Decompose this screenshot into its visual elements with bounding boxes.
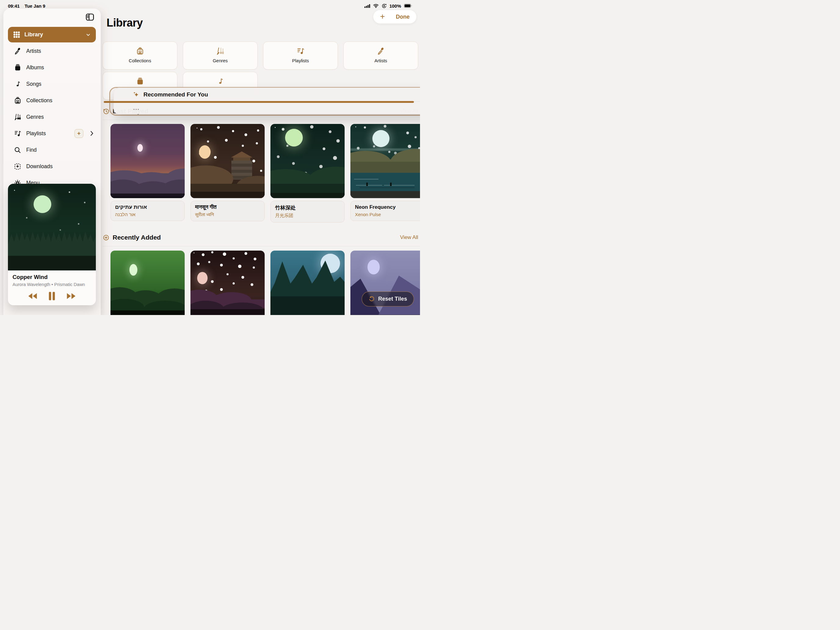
view-all-recently-added[interactable]: View All <box>400 234 418 240</box>
sidebar-item-label: Find <box>26 147 94 153</box>
toolbar-pill: + Done <box>373 10 416 24</box>
ellipsis-label: … <box>114 102 420 114</box>
chevron-right-icon[interactable] <box>90 131 94 136</box>
next-track-button[interactable] <box>66 293 76 300</box>
tile-grid-row-1: Collections Genres Playlists Artists <box>103 41 418 69</box>
moon <box>373 130 390 147</box>
tile-label: Genres <box>213 58 228 63</box>
genres-icon <box>13 113 22 121</box>
water <box>351 173 420 191</box>
library-dropdown-button[interactable]: Library <box>8 27 96 43</box>
wifi-icon <box>373 4 379 8</box>
tile-playlists[interactable]: Playlists <box>263 41 338 69</box>
search-icon <box>13 146 22 154</box>
stars <box>355 126 356 127</box>
water-line <box>360 188 415 188</box>
album-art <box>111 124 185 198</box>
sidebar-toggle-icon[interactable] <box>86 13 94 21</box>
ground <box>191 192 265 198</box>
stars <box>275 127 276 128</box>
moon <box>137 144 143 152</box>
add-playlist-button[interactable]: + <box>74 129 83 138</box>
ground <box>270 193 344 198</box>
sidebar-item-albums[interactable]: Albums <box>3 59 101 76</box>
album-art <box>270 124 344 198</box>
sidebar-item-label: Songs <box>26 81 94 87</box>
tile-collections[interactable]: Collections <box>103 41 177 69</box>
drop-insertion-indicator <box>104 101 414 103</box>
plus-circle-icon <box>103 234 110 241</box>
playlist-icon <box>13 129 22 138</box>
sidebar-item-collections[interactable]: Collections <box>3 92 101 109</box>
tile-genres[interactable]: Genres <box>183 41 257 69</box>
tile-artists[interactable]: Artists <box>343 41 418 69</box>
microphone-icon <box>377 46 385 55</box>
water-line <box>356 185 382 186</box>
sidebar-item-playlists[interactable]: Playlists + <box>3 125 101 142</box>
pagoda-roof <box>229 152 254 158</box>
status-time: 09:41 <box>8 3 19 9</box>
figure <box>366 183 368 186</box>
sidebar-item-artists[interactable]: Artists <box>3 43 101 59</box>
section-divider <box>103 120 420 120</box>
album-card[interactable]: मानसून गीत सुरीला ध्वनि <box>191 124 265 223</box>
now-playing-title: Copper Wind <box>13 274 91 281</box>
clock-history-icon <box>103 108 110 115</box>
sparkles-icon <box>133 91 139 98</box>
sidebar-item-songs[interactable]: Songs <box>3 76 101 92</box>
previous-track-button[interactable] <box>27 293 37 300</box>
sidebar-item-label: Albums <box>26 65 94 71</box>
ground <box>111 310 185 315</box>
ground <box>8 256 96 270</box>
album-card[interactable]: Neon Frequency Xenon Pulse <box>351 124 420 223</box>
stars <box>197 128 197 128</box>
last-played-cards: אורות עתיקים אור הלבנה मानसून गीत सुरीला… <box>111 124 420 223</box>
add-tile-button[interactable]: + <box>380 13 385 21</box>
moon <box>33 195 51 213</box>
microphone-icon <box>13 47 22 55</box>
album-card[interactable]: אורות עתיקים אור הלבנה <box>111 124 185 223</box>
album-card[interactable] <box>191 251 265 315</box>
library-button-label: Library <box>24 32 43 38</box>
downloads-icon <box>13 163 22 171</box>
orientation-lock-icon <box>382 3 387 9</box>
reset-tiles-button[interactable]: Reset Tiles <box>362 292 414 306</box>
album-artist: सुरीला ध्वनि <box>195 212 260 217</box>
sidebar-item-find[interactable]: Find <box>3 142 101 158</box>
figure <box>390 183 392 186</box>
ground <box>270 296 344 315</box>
now-playing-art <box>8 184 96 270</box>
moon <box>129 264 137 276</box>
album-art <box>191 124 265 198</box>
album-art <box>270 251 344 315</box>
battery-percent: 100% <box>390 3 401 9</box>
done-button[interactable]: Done <box>396 14 410 20</box>
sidebar-list: Artists Albums Songs Collections Genres … <box>3 43 101 191</box>
water-line <box>354 179 379 180</box>
sidebar-item-genres[interactable]: Genres <box>3 109 101 125</box>
tile-label: Playlists <box>292 58 309 63</box>
album-art <box>111 251 185 315</box>
tile-label: Collections <box>129 58 151 63</box>
pagoda <box>233 158 250 161</box>
album-card[interactable] <box>111 251 185 315</box>
album-artist: Xenon Pulse <box>355 212 420 217</box>
section-header-recently-added: Recently Added View All <box>103 234 418 241</box>
album-card[interactable] <box>270 251 344 315</box>
sidebar-item-downloads[interactable]: Downloads <box>3 158 101 175</box>
stars <box>14 190 15 191</box>
album-label: אורות עתיקים אור הלבנה <box>111 201 185 221</box>
album-title: 竹林深处 <box>275 204 340 211</box>
album-title: मानसून गीत <box>195 204 260 210</box>
music-note-icon <box>216 77 224 86</box>
page-title: Library <box>107 16 143 29</box>
now-playing-card[interactable]: Copper Wind Aurora Wavelength • Prismati… <box>8 184 96 305</box>
section-divider <box>103 246 420 246</box>
collections-icon <box>13 96 22 105</box>
album-card[interactable]: 竹林深处 月光乐团 <box>270 124 344 223</box>
album-label: 竹林深处 月光乐团 <box>270 201 344 223</box>
tile-label: Artists <box>374 58 387 63</box>
reset-icon <box>368 296 375 302</box>
pause-button[interactable] <box>48 292 55 301</box>
stars <box>194 253 194 253</box>
